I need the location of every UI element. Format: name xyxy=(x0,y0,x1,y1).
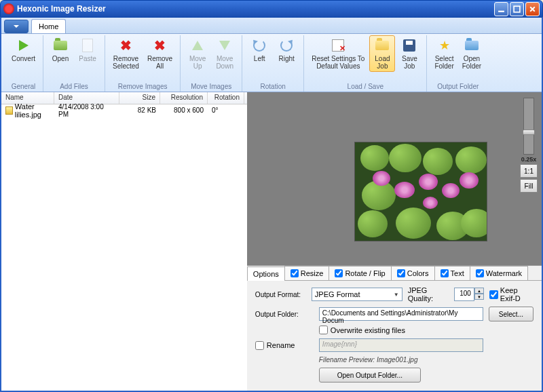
move-up-button[interactable]: Move Up xyxy=(185,35,210,72)
app-menu-dropdown[interactable] xyxy=(4,20,29,33)
select-folder-button[interactable]: ★ Select Folder xyxy=(431,35,457,72)
output-format-label: Output Format: xyxy=(255,291,306,298)
preview-panel: 0.25x 1:1 Fill Options Resize Rotate / F… xyxy=(247,92,542,391)
folder-load-icon xyxy=(374,37,390,54)
group-outputfolder-label: Output Folder xyxy=(437,81,479,92)
col-resolution[interactable]: Resolution xyxy=(160,92,208,104)
reset-icon xyxy=(330,37,346,54)
rotate-right-button[interactable]: Right xyxy=(274,35,299,64)
tab-home[interactable]: Home xyxy=(31,19,66,33)
text-checkbox[interactable] xyxy=(441,269,449,277)
folder-open-icon xyxy=(52,37,69,54)
folder-blue-icon xyxy=(464,37,480,54)
filename-preview: Filename Preview: Image001.jpg xyxy=(319,356,533,364)
zoom-slider[interactable] xyxy=(523,98,534,155)
open-folder-button[interactable]: Open Folder xyxy=(459,35,485,72)
cell-date: 4/14/2008 3:00 PM xyxy=(54,102,119,119)
rotate-checkbox[interactable] xyxy=(335,269,343,277)
zoom-fill-button[interactable]: Fill xyxy=(520,179,538,193)
select-folder-btn[interactable]: Select... xyxy=(489,307,533,321)
save-icon xyxy=(401,37,417,54)
svg-rect-0 xyxy=(498,10,504,12)
close-button[interactable] xyxy=(525,2,540,16)
app-icon xyxy=(3,3,14,14)
remove-selected-button[interactable]: ✖ Remove Selected xyxy=(109,35,143,72)
group-addfiles-label: Add Files xyxy=(60,81,88,92)
menubar: Home xyxy=(1,18,542,34)
rotate-right-icon xyxy=(278,37,295,54)
group-general-label: General xyxy=(12,81,36,92)
rotate-left-button[interactable]: Left xyxy=(246,35,272,64)
zoom-value: 0.25x xyxy=(521,156,537,163)
rename-pattern-input[interactable]: Image{nnn} xyxy=(319,338,483,352)
list-item[interactable]: Water lilies.jpg 4/14/2008 3:00 PM 82 KB… xyxy=(1,104,247,116)
cell-size: 82 KB xyxy=(119,106,160,115)
output-folder-label: Output Folder: xyxy=(255,311,314,318)
arrow-up-icon xyxy=(189,37,206,54)
colors-checkbox[interactable] xyxy=(397,269,405,277)
group-removeimages-label: Remove Images xyxy=(118,81,168,92)
rotate-left-icon xyxy=(251,37,267,54)
file-list-panel: Name Date Size Resolution Rotation Water… xyxy=(1,92,247,391)
image-preview xyxy=(354,142,487,241)
move-down-button[interactable]: Move Down xyxy=(212,35,238,72)
tab-text[interactable]: Text xyxy=(434,266,470,280)
star-folder-icon: ★ xyxy=(436,37,453,54)
x-icon: ✖ xyxy=(117,37,134,54)
output-folder-input[interactable]: C:\Documents and Settings\Administrator\… xyxy=(319,307,483,321)
col-size[interactable]: Size xyxy=(119,92,160,104)
open-output-folder-btn[interactable]: Open Output Folder... xyxy=(319,368,421,383)
jpeg-quality-input[interactable]: 100 xyxy=(454,288,474,301)
zoom-1to1-button[interactable]: 1:1 xyxy=(520,164,538,178)
overwrite-checkbox[interactable] xyxy=(319,326,328,334)
window-title: Hexonic Image Resizer xyxy=(17,4,494,14)
cell-name: Water lilies.jpg xyxy=(1,102,54,119)
rename-label: Rename xyxy=(267,341,295,349)
reset-settings-button[interactable]: Reset Settings To Default Values xyxy=(308,35,368,72)
output-format-select[interactable]: JPEG Format xyxy=(312,288,402,301)
spinner-up[interactable]: ▲ xyxy=(474,288,484,294)
tab-colors[interactable]: Colors xyxy=(391,266,435,280)
tab-options[interactable]: Options xyxy=(247,267,285,281)
col-rotation[interactable]: Rotation xyxy=(208,92,244,104)
keep-exif-label: Keep Exif-D xyxy=(500,286,533,302)
minimize-button[interactable] xyxy=(494,2,508,16)
group-loadsave-label: Load / Save xyxy=(348,81,383,92)
overwrite-label: Overwrite existing files xyxy=(331,326,405,334)
cell-resolution: 800 x 600 xyxy=(160,106,208,115)
tab-watermark[interactable]: Watermark xyxy=(470,266,528,280)
rename-checkbox[interactable] xyxy=(255,341,264,350)
group-moveimages-label: Move Images xyxy=(191,81,231,92)
tab-resize[interactable]: Resize xyxy=(284,266,330,280)
paste-icon xyxy=(79,37,96,54)
image-file-icon xyxy=(5,106,13,115)
ribbon: Convert General Open Paste Add Files xyxy=(1,34,542,92)
save-job-button[interactable]: Save Job xyxy=(396,35,422,72)
maximize-button[interactable] xyxy=(510,2,524,16)
resize-checkbox[interactable] xyxy=(291,269,299,277)
group-rotation-label: Rotation xyxy=(261,81,286,92)
titlebar: Hexonic Image Resizer xyxy=(0,0,543,18)
settings-tabs: Options Resize Rotate / Flip Colors Text… xyxy=(247,265,542,391)
open-button[interactable]: Open xyxy=(48,35,73,64)
convert-icon xyxy=(16,37,32,54)
paste-button[interactable]: Paste xyxy=(75,35,100,64)
remove-all-button[interactable]: ✖ Remove All xyxy=(144,35,176,72)
jpeg-quality-label: JPEG Quality: xyxy=(408,286,449,302)
x-icon: ✖ xyxy=(152,37,168,54)
zoom-thumb[interactable] xyxy=(523,130,535,135)
load-job-button[interactable]: Load Job xyxy=(369,35,395,72)
spinner-down[interactable]: ▼ xyxy=(474,294,484,300)
keep-exif-checkbox[interactable] xyxy=(489,290,498,299)
watermark-checkbox[interactable] xyxy=(476,269,484,277)
convert-button[interactable]: Convert xyxy=(8,35,39,64)
zoom-controls: 0.25x 1:1 Fill xyxy=(519,98,539,193)
arrow-down-icon xyxy=(217,37,233,54)
tab-rotate-flip[interactable]: Rotate / Flip xyxy=(329,266,391,280)
svg-rect-1 xyxy=(514,6,520,12)
cell-rotation: 0° xyxy=(208,106,244,115)
